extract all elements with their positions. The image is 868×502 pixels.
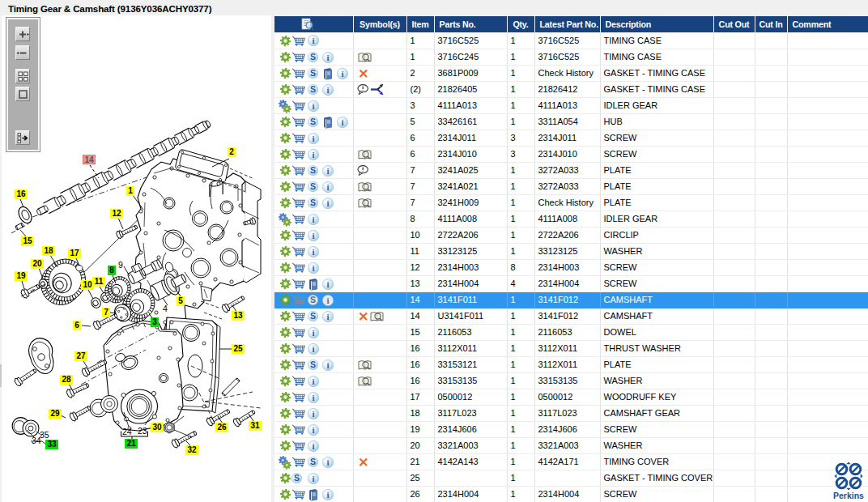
svg-text:Perkins: Perkins	[833, 491, 864, 500]
